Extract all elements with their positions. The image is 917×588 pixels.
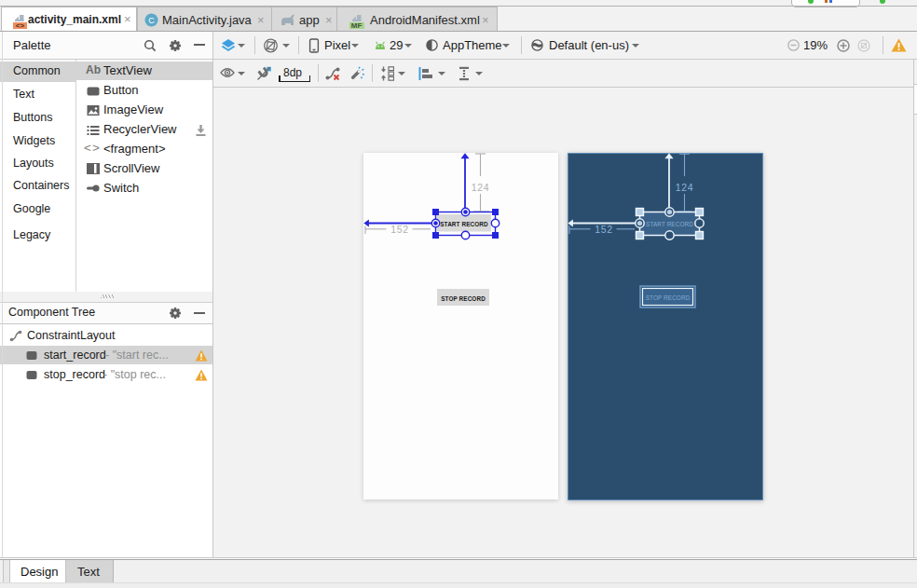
svg-text:124: 124: [472, 182, 489, 193]
svg-text:STOP RECORD: STOP RECORD: [646, 294, 691, 301]
svg-text:START RECORD: START RECORD: [440, 221, 488, 227]
svg-text:152: 152: [390, 224, 408, 235]
svg-text:START RECORD: START RECORD: [646, 221, 693, 227]
svg-text:MF: MF: [351, 21, 363, 29]
svg-text:C: C: [148, 16, 155, 25]
svg-text:152: 152: [595, 224, 612, 235]
svg-text:STOP RECORD: STOP RECORD: [441, 295, 486, 302]
svg-text:124: 124: [676, 182, 693, 193]
svg-text:<>: <>: [16, 21, 25, 29]
